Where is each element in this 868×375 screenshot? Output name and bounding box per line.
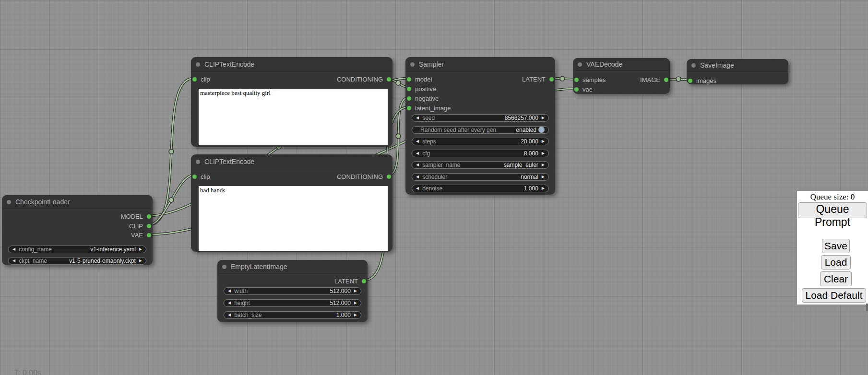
widget-label: Random seed after every gen [420, 127, 496, 133]
node-save-image[interactable]: SaveImage images [687, 59, 788, 84]
save-button[interactable]: Save [822, 239, 850, 253]
collapse-dot-icon[interactable] [196, 160, 200, 164]
input-port-model[interactable] [407, 77, 411, 82]
widget-sampler-name[interactable]: ◀ sampler_name sample_euler ▶ [412, 161, 549, 169]
decrement-arrow-icon[interactable]: ◀ [416, 187, 419, 190]
widget-value: 512.000 [330, 300, 350, 306]
widget-value: 20.000 [521, 138, 538, 145]
decrement-arrow-icon[interactable]: ◀ [416, 175, 419, 179]
output-port-vae[interactable] [147, 233, 151, 237]
node-title-bar[interactable]: EmptyLatentImage [217, 260, 368, 274]
toggle-dot-icon[interactable] [538, 127, 545, 133]
collapse-dot-icon[interactable] [691, 63, 696, 68]
collapse-dot-icon[interactable] [410, 62, 415, 67]
widget-label: denoise [422, 185, 442, 192]
input-port-images[interactable] [688, 79, 692, 83]
node-title: SaveImage [700, 59, 734, 71]
output-port-model[interactable] [147, 214, 151, 219]
input-label-latent-image: latent_image [415, 105, 451, 112]
input-label-model: model [415, 76, 432, 83]
node-title-bar[interactable]: SaveImage [687, 59, 788, 72]
node-checkpoint-loader[interactable]: CheckpointLoader MODEL CLIP VAE ◀ config… [2, 195, 153, 265]
input-port-vae[interactable] [574, 87, 579, 92]
node-title-bar[interactable]: CheckpointLoader [2, 195, 153, 209]
queue-size-label: Queue size: 0 [797, 192, 868, 202]
increment-arrow-icon[interactable]: ▶ [354, 313, 357, 317]
prompt-textarea[interactable]: bad hands [199, 186, 388, 251]
input-port-samples[interactable] [574, 78, 579, 82]
node-title-bar[interactable]: Sampler [405, 57, 555, 72]
increment-arrow-icon[interactable]: ▶ [354, 301, 357, 305]
decrement-arrow-icon[interactable]: ◀ [416, 163, 419, 167]
widget-height[interactable]: ◀ height 512.000 ▶ [224, 299, 361, 307]
increment-arrow-icon[interactable]: ▶ [542, 152, 545, 155]
widget-ckpt-name[interactable]: ◀ ckpt_name v1-5-pruned-emaonly.ckpt ▶ [8, 257, 146, 265]
input-port-positive[interactable] [407, 87, 411, 91]
node-empty-latent-image[interactable]: EmptyLatentImage LATENT ◀ width 512.000 … [217, 260, 368, 322]
decrement-arrow-icon[interactable]: ◀ [416, 116, 419, 120]
link-midpoint-dot [169, 198, 174, 202]
node-title-bar[interactable]: VAEDecode [573, 58, 670, 71]
decrement-arrow-icon[interactable]: ◀ [228, 289, 231, 293]
node-clip-text-encode-negative[interactable]: CLIPTextEncode clip CONDITIONING bad han… [191, 154, 392, 252]
decrement-arrow-icon[interactable]: ◀ [416, 152, 419, 155]
output-port-image[interactable] [664, 78, 668, 82]
node-clip-text-encode-positive[interactable]: CLIPTextEncode clip CONDITIONING masterp… [191, 57, 392, 147]
decrement-arrow-icon[interactable]: ◀ [12, 247, 15, 251]
collapse-dot-icon[interactable] [7, 200, 11, 204]
input-port-clip[interactable] [192, 77, 197, 82]
widget-denoise[interactable]: ◀ denoise 1.000 ▶ [412, 185, 549, 192]
queue-prompt-button[interactable]: Queue Prompt [798, 202, 867, 218]
collapse-dot-icon[interactable] [578, 62, 582, 67]
node-title-bar[interactable]: CLIPTextEncode [191, 154, 392, 169]
collapse-dot-icon[interactable] [222, 265, 226, 269]
output-port-conditioning[interactable] [387, 77, 391, 82]
output-port-conditioning[interactable] [387, 175, 391, 179]
output-port-clip[interactable] [147, 224, 151, 228]
decrement-arrow-icon[interactable]: ◀ [12, 259, 15, 263]
widget-config-name[interactable]: ◀ config_name v1-inference.yaml ▶ [8, 246, 146, 253]
prompt-textarea[interactable]: masterpiece best quality girl [199, 89, 388, 145]
increment-arrow-icon[interactable]: ▶ [542, 175, 545, 179]
increment-arrow-icon[interactable]: ▶ [139, 259, 142, 263]
collapse-dot-icon[interactable] [196, 62, 200, 67]
widget-scheduler[interactable]: ◀ scheduler normal ▶ [412, 173, 549, 181]
node-title: CLIPTextEncode [204, 154, 254, 169]
widget-steps[interactable]: ◀ steps 20.000 ▶ [412, 138, 549, 145]
widget-label: scheduler [422, 174, 447, 180]
clear-button[interactable]: Clear [820, 271, 852, 286]
input-port-clip[interactable] [192, 175, 197, 179]
widget-cfg[interactable]: ◀ cfg 8.000 ▶ [412, 150, 549, 157]
input-label-clip: clip [201, 173, 210, 180]
input-label-negative: negative [415, 95, 439, 102]
widget-label: steps [422, 138, 436, 145]
increment-arrow-icon[interactable]: ▶ [542, 163, 545, 167]
widget-random-seed-toggle[interactable]: Random seed after every gen enabled [412, 126, 549, 134]
node-sampler[interactable]: Sampler model LATENT positive negative l… [405, 57, 555, 195]
widget-batch-size[interactable]: ◀ batch_size 1.000 ▶ [224, 311, 361, 319]
output-label-conditioning: CONDITIONING [337, 76, 383, 83]
increment-arrow-icon[interactable]: ▶ [139, 247, 142, 251]
increment-arrow-icon[interactable]: ▶ [542, 140, 545, 143]
decrement-arrow-icon[interactable]: ◀ [228, 313, 231, 317]
input-port-latent-image[interactable] [407, 106, 411, 110]
input-port-negative[interactable] [407, 96, 411, 101]
output-port-latent[interactable] [549, 77, 554, 82]
widget-label: width [234, 288, 248, 294]
output-port-latent[interactable] [362, 279, 366, 283]
increment-arrow-icon[interactable]: ▶ [542, 116, 545, 120]
load-button[interactable]: Load [821, 255, 851, 270]
widget-seed[interactable]: ◀ seed 8566257.000 ▶ [412, 114, 549, 122]
load-default-button[interactable]: Load Default [802, 288, 866, 303]
node-title: EmptyLatentImage [231, 260, 287, 273]
decrement-arrow-icon[interactable]: ◀ [416, 140, 419, 143]
widget-value: normal [521, 174, 538, 180]
widget-value: 8566257.000 [505, 115, 538, 121]
input-label-samples: samples [583, 76, 606, 83]
node-title-bar[interactable]: CLIPTextEncode [191, 57, 392, 72]
increment-arrow-icon[interactable]: ▶ [542, 187, 545, 190]
node-vae-decode[interactable]: VAEDecode samples IMAGE vae [573, 58, 670, 94]
decrement-arrow-icon[interactable]: ◀ [228, 301, 231, 305]
widget-width[interactable]: ◀ width 512.000 ▶ [224, 287, 361, 295]
increment-arrow-icon[interactable]: ▶ [354, 289, 357, 293]
